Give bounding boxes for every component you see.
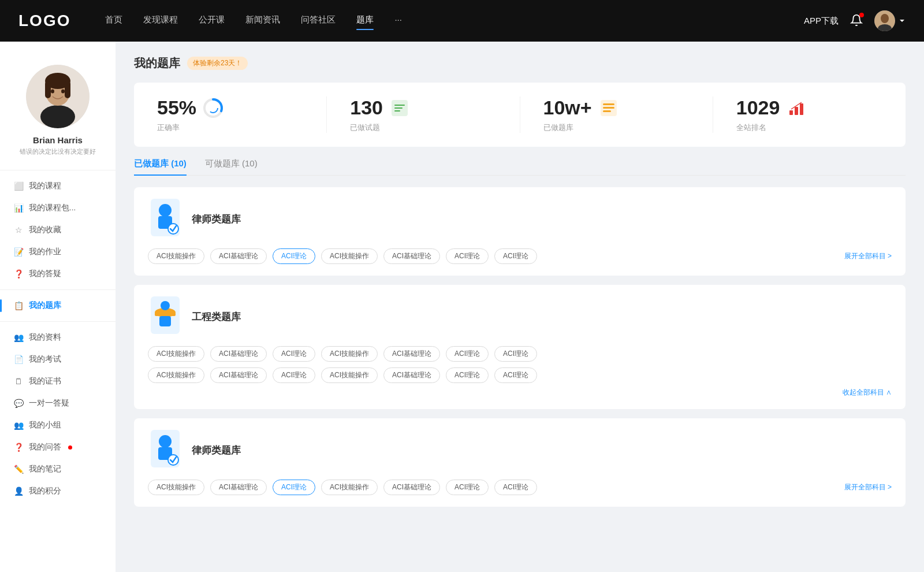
tag-lawyer-1-2[interactable]: ACI理论 [273, 248, 315, 264]
expand-lawyer-2-button[interactable]: 展开全部科目 > [844, 482, 892, 492]
tabs-section: 已做题库 (10) 可做题库 (10) [134, 158, 906, 176]
nav-bank[interactable]: 题库 [356, 14, 374, 28]
app-download-button[interactable]: APP下载 [804, 16, 839, 27]
tag-lawyer2-0[interactable]: ACI技能操作 [148, 480, 204, 495]
nav-news[interactable]: 新闻资讯 [245, 14, 280, 28]
tags-row-engineer-1: ACI技能操作 ACI基础理论 ACI理论 ACI技能操作 ACI基础理论 AC… [148, 346, 892, 362]
sidebar-item-my-data[interactable]: 👥 我的资料 [0, 326, 116, 348]
tag-lawyer2-2[interactable]: ACI理论 [273, 480, 315, 495]
bank-card-header-lawyer-2: 律师类题库 [148, 430, 892, 470]
sidebar-item-label: 我的课程 [29, 181, 61, 191]
tab-available[interactable]: 可做题库 (10) [205, 158, 258, 175]
sidebar-item-my-group[interactable]: 👥 我的小组 [0, 414, 116, 436]
tag-lawyer2-4[interactable]: ACI基础理论 [383, 480, 440, 495]
tag-eng2-0[interactable]: ACI技能操作 [148, 367, 204, 383]
tab-done[interactable]: 已做题库 (10) [134, 158, 187, 175]
bank-lawyer-icon-2 [148, 430, 182, 470]
stat-value-completed: 130 [350, 96, 383, 119]
nav-discover[interactable]: 发现课程 [143, 14, 178, 28]
sidebar-divider-2 [0, 289, 116, 290]
tag-eng2-4[interactable]: ACI基础理论 [383, 367, 440, 383]
notification-button[interactable] [850, 14, 863, 28]
tags-row-engineer-2: ACI技能操作 ACI基础理论 ACI理论 ACI技能操作 ACI基础理论 AC… [148, 367, 892, 383]
profile-avatar[interactable] [26, 65, 90, 128]
profile-name: Brian Harris [33, 135, 83, 145]
tag-eng2-1[interactable]: ACI基础理论 [210, 367, 267, 383]
sidebar-item-label: 我的积分 [29, 486, 61, 496]
tag-eng-0[interactable]: ACI技能操作 [148, 346, 204, 362]
sidebar-item-my-cert[interactable]: 🗒 我的证书 [0, 370, 116, 392]
tags-row-lawyer-2: ACI技能操作 ACI基础理论 ACI理论 ACI技能操作 ACI基础理论 AC… [148, 480, 892, 495]
nav-qa[interactable]: 问答社区 [301, 14, 336, 28]
tag-eng-3[interactable]: ACI技能操作 [321, 346, 378, 362]
sidebar-item-my-questions[interactable]: ❓ 我的问答 [0, 436, 116, 458]
profile-motto: 错误的决定比没有决定要好 [20, 147, 96, 156]
sidebar-item-my-bank[interactable]: 📋 我的题库 [0, 295, 116, 317]
top-navigation: LOGO 首页 发现课程 公开课 新闻资讯 问答社区 题库 ··· APP下载 [0, 0, 924, 42]
bank-icon: 📋 [14, 301, 23, 310]
tag-lawyer-1-6[interactable]: ACI理论 [494, 248, 537, 264]
stat-value-accuracy: 55% [157, 96, 196, 119]
svg-rect-21 [603, 110, 611, 112]
banks-icon [599, 98, 619, 118]
sidebar-item-course-package[interactable]: 📊 我的课程包... [0, 197, 116, 219]
svg-point-35 [159, 435, 172, 448]
tag-eng-4[interactable]: ACI基础理论 [383, 346, 440, 362]
stat-rank: 1029 全站排名 [713, 96, 906, 133]
course-icon: ⬜ [14, 181, 23, 191]
sidebar-item-label: 我的小组 [29, 420, 61, 430]
tag-lawyer-1-1[interactable]: ACI基础理论 [210, 248, 267, 264]
stat-label-completed: 已做试题 [350, 122, 380, 133]
nav-home[interactable]: 首页 [105, 14, 122, 28]
bank-card-header-lawyer-1: 律师类题库 [148, 199, 892, 239]
sidebar-item-1on1[interactable]: 💬 一对一答疑 [0, 392, 116, 414]
sidebar-item-homework[interactable]: 📝 我的作业 [0, 241, 116, 263]
tag-eng-5[interactable]: ACI理论 [446, 346, 489, 362]
tag-lawyer2-5[interactable]: ACI理论 [446, 480, 489, 495]
tag-eng2-2[interactable]: ACI理论 [273, 367, 315, 383]
tag-lawyer-1-5[interactable]: ACI理论 [446, 248, 489, 264]
sidebar-item-my-points[interactable]: 👤 我的积分 [0, 480, 116, 502]
expand-lawyer-1-button[interactable]: 展开全部科目 > [844, 251, 892, 261]
tag-eng-2[interactable]: ACI理论 [273, 346, 315, 362]
tag-lawyer-1-4[interactable]: ACI基础理论 [383, 248, 440, 264]
main-layout: Brian Harris 错误的决定比没有决定要好 ⬜ 我的课程 📊 我的课程包… [0, 42, 924, 572]
data-icon: 👥 [14, 333, 23, 342]
tag-eng-6[interactable]: ACI理论 [494, 346, 537, 362]
nav-open-course[interactable]: 公开课 [199, 14, 225, 28]
course-package-icon: 📊 [14, 203, 23, 213]
sidebar-item-my-notes[interactable]: ✏️ 我的笔记 [0, 458, 116, 480]
notification-dot [859, 13, 864, 17]
tag-lawyer2-6[interactable]: ACI理论 [494, 480, 537, 495]
tag-lawyer2-3[interactable]: ACI技能操作 [321, 480, 378, 495]
bank-name-lawyer-2: 律师类题库 [192, 444, 241, 457]
homework-icon: 📝 [14, 247, 23, 257]
sidebar-item-qa[interactable]: ❓ 我的答疑 [0, 263, 116, 285]
nav-more[interactable]: ··· [394, 14, 402, 28]
tag-eng2-3[interactable]: ACI技能操作 [321, 367, 378, 383]
tag-eng2-6[interactable]: ACI理论 [494, 367, 537, 383]
page-header: 我的题库 体验剩余23天！ [134, 55, 906, 71]
sidebar-item-my-exam[interactable]: 📄 我的考试 [0, 348, 116, 370]
stat-completed: 130 已做试题 [327, 96, 520, 133]
profile-section: Brian Harris 错误的决定比没有决定要好 [0, 53, 116, 165]
sidebar-item-my-courses[interactable]: ⬜ 我的课程 [0, 175, 116, 197]
tags-row-lawyer-1: ACI技能操作 ACI基础理论 ACI理论 ACI技能操作 ACI基础理论 AC… [148, 248, 892, 264]
notes-icon: ✏️ [14, 465, 23, 474]
svg-rect-31 [155, 313, 176, 316]
tag-eng-1[interactable]: ACI基础理论 [210, 346, 267, 362]
tag-eng2-5[interactable]: ACI理论 [446, 367, 489, 383]
tag-lawyer-1-3[interactable]: ACI技能操作 [321, 248, 378, 264]
user-avatar-button[interactable] [874, 10, 906, 31]
svg-rect-8 [65, 81, 70, 98]
collapse-engineer-button[interactable]: 收起全部科目 ∧ [148, 388, 892, 398]
question-icon: ❓ [14, 443, 23, 452]
tag-lawyer2-1[interactable]: ACI基础理论 [210, 480, 267, 495]
unread-dot [68, 445, 72, 450]
sidebar-item-label: 我的问答 [29, 442, 61, 452]
sidebar-item-favorites[interactable]: ☆ 我的收藏 [0, 219, 116, 241]
svg-point-9 [51, 90, 54, 94]
tag-lawyer-1-0[interactable]: ACI技能操作 [148, 248, 204, 264]
sidebar-item-label: 我的笔记 [29, 464, 61, 474]
bank-card-header-engineer: 工程类题库 [148, 296, 892, 337]
